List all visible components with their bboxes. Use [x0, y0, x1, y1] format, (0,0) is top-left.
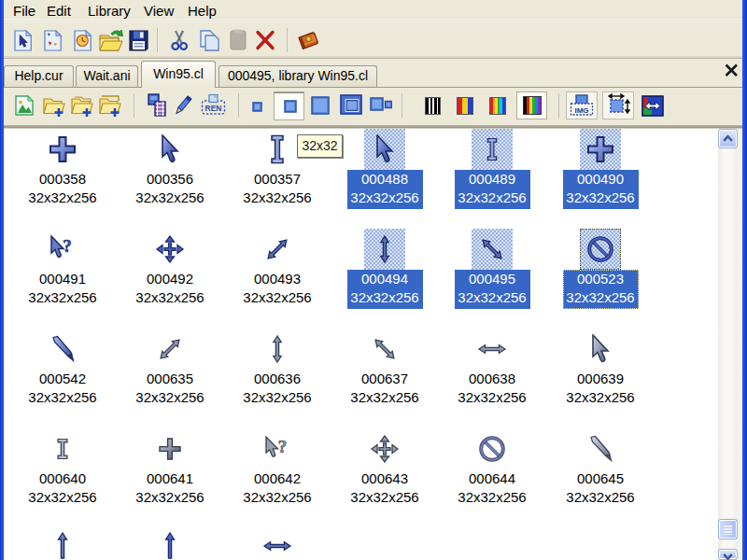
svg-text:?: ?	[63, 236, 72, 256]
svg-text:IMG: IMG	[574, 106, 588, 115]
svg-text:REN: REN	[205, 104, 222, 113]
svg-text:?: ?	[278, 437, 288, 456]
